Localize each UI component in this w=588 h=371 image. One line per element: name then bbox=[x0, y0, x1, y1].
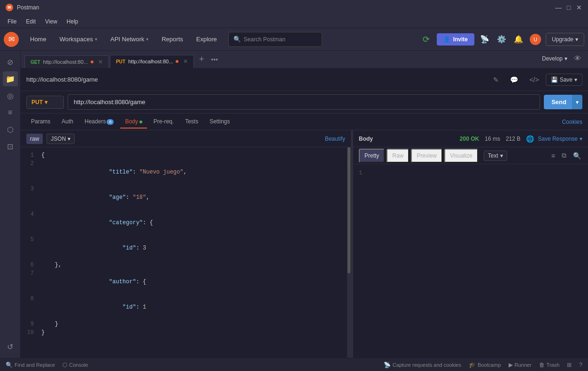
save-response-chevron: ▾ bbox=[580, 136, 582, 142]
resp-tab-raw[interactable]: Raw bbox=[387, 149, 409, 163]
menu-help[interactable]: Help bbox=[63, 17, 82, 26]
invite-button[interactable]: 👤 Invite bbox=[437, 33, 474, 45]
resp-tab-visualize[interactable]: Visualize bbox=[444, 149, 478, 163]
sidebar-home-icon[interactable]: ⊘ bbox=[3, 54, 18, 69]
add-tab-button[interactable]: + bbox=[195, 53, 208, 66]
save-label: Save bbox=[560, 76, 573, 83]
sidebar: ⊘ 📁 ◎ ≡ ⬡ ⊡ ↺ bbox=[0, 51, 21, 358]
sync-icon-btn[interactable]: ⟳ bbox=[420, 33, 433, 46]
tab-params[interactable]: Params bbox=[26, 115, 55, 129]
maximize-button[interactable]: □ bbox=[565, 4, 572, 11]
code-editor[interactable]: 1 { 2 "title": "Nuevo juego", 3 bbox=[21, 147, 351, 358]
nav-home[interactable]: Home bbox=[24, 33, 52, 45]
bootcamp-item[interactable]: 🎓 Bootcamp bbox=[469, 362, 501, 368]
body-toolbar: raw JSON ▾ Beautify bbox=[21, 130, 351, 147]
notification-icon-btn[interactable]: 🔔 bbox=[512, 33, 525, 46]
nav-reports[interactable]: Reports bbox=[156, 33, 189, 45]
bootcamp-label: Bootcamp bbox=[478, 362, 501, 368]
tab-body[interactable]: Body bbox=[120, 115, 147, 129]
save-button[interactable]: 💾 Save ▾ bbox=[546, 74, 582, 86]
send-chevron-button[interactable]: ▾ bbox=[572, 95, 582, 109]
format-select[interactable]: JSON ▾ bbox=[46, 134, 75, 144]
resp-tab-pretty[interactable]: Pretty bbox=[359, 149, 385, 163]
editor-line-5: 5 "id": 3 bbox=[21, 235, 351, 261]
save-response-label: Save Response bbox=[538, 136, 578, 142]
menu-file[interactable]: File bbox=[4, 17, 20, 26]
resp-tab-preview[interactable]: Preview bbox=[411, 149, 442, 163]
view-toggle-button[interactable]: 👁 bbox=[571, 52, 584, 65]
find-replace-item[interactable]: 🔍 Find and Replace bbox=[6, 362, 55, 368]
develop-dropdown[interactable]: Develop ▾ bbox=[542, 55, 567, 62]
tab-get-close[interactable]: ✕ bbox=[98, 59, 103, 65]
find-replace-label: Find and Replace bbox=[15, 362, 55, 368]
format-chevron: ▾ bbox=[68, 136, 70, 142]
console-item[interactable]: ⬡ Console bbox=[62, 362, 88, 368]
tab-get-request[interactable]: GET http://localhost:80... ✕ bbox=[24, 55, 109, 68]
sidebar-history-icon[interactable]: ↺ bbox=[3, 339, 18, 354]
upgrade-button[interactable]: Upgrade ▾ bbox=[546, 33, 584, 46]
tab-pre-req[interactable]: Pre-req. bbox=[149, 115, 178, 129]
more-tabs-button[interactable]: ••• bbox=[209, 54, 220, 65]
tab-put-dot bbox=[176, 60, 178, 63]
tab-tests[interactable]: Tests bbox=[180, 115, 203, 129]
settings-icon-btn[interactable]: ⚙️ bbox=[495, 33, 508, 46]
help-status-item[interactable]: ? bbox=[579, 362, 582, 368]
tab-headers[interactable]: Headers8 bbox=[80, 115, 118, 129]
nav-reports-label: Reports bbox=[162, 36, 183, 43]
runner-item[interactable]: ▶ Runner bbox=[509, 362, 532, 368]
code-view-button[interactable]: </> bbox=[525, 74, 543, 86]
tab-settings[interactable]: Settings bbox=[205, 115, 234, 129]
statusbar: 🔍 Find and Replace ⬡ Console 📡 Capture r… bbox=[0, 358, 588, 371]
tab-put-request[interactable]: PUT http://localhost:80... ✕ bbox=[110, 55, 194, 68]
sidebar-api-icon[interactable]: ◎ bbox=[3, 88, 18, 103]
nav-api-network[interactable]: API Network ▾ bbox=[105, 33, 154, 45]
resp-line-num: 1 bbox=[359, 170, 368, 176]
wrap-lines-button[interactable]: ≡ bbox=[550, 150, 557, 161]
editor-scrollbar[interactable] bbox=[347, 147, 351, 358]
cookies-status-item[interactable]: ⊞ bbox=[567, 362, 572, 368]
tab-auth[interactable]: Auth bbox=[57, 115, 78, 129]
response-time: 16 ms bbox=[485, 136, 500, 142]
nav-explore[interactable]: Explore bbox=[191, 33, 223, 45]
globe-icon-btn[interactable]: 🌐 bbox=[526, 135, 534, 143]
postman-logo[interactable]: ✉ bbox=[4, 32, 19, 47]
sidebar-env-icon[interactable]: ≡ bbox=[3, 105, 18, 120]
edit-button[interactable]: ✎ bbox=[488, 74, 503, 86]
nav-workspaces[interactable]: Workspaces ▾ bbox=[54, 33, 103, 45]
save-response-button[interactable]: Save Response ▾ bbox=[538, 136, 582, 142]
tab-get-method: GET bbox=[31, 60, 40, 65]
menu-view[interactable]: View bbox=[41, 17, 61, 26]
response-header: Body 200 OK 16 ms 212 B 🌐 Save Response … bbox=[353, 130, 588, 147]
url-input[interactable] bbox=[68, 94, 540, 110]
invite-icon: 👤 bbox=[443, 36, 450, 43]
menu-edit[interactable]: Edit bbox=[22, 17, 39, 26]
copy-button[interactable]: ⧉ bbox=[560, 150, 568, 161]
sidebar-monitor-icon[interactable]: ⊡ bbox=[3, 139, 18, 154]
response-format-select[interactable]: Text ▾ bbox=[484, 151, 507, 161]
comment-button[interactable]: 💬 bbox=[505, 74, 523, 86]
app-title: Postman bbox=[17, 4, 39, 11]
search-response-button[interactable]: 🔍 bbox=[572, 150, 582, 161]
cookies-button[interactable]: Cookies bbox=[562, 119, 582, 125]
beautify-button[interactable]: Beautify bbox=[325, 136, 345, 142]
method-select[interactable]: PUT ▾ bbox=[26, 96, 64, 109]
tab-get-dot bbox=[91, 61, 93, 63]
raw-type-button[interactable]: raw bbox=[26, 134, 43, 144]
sidebar-collections-icon[interactable]: 📁 bbox=[3, 71, 18, 86]
capture-item[interactable]: 📡 Capture requests and cookies bbox=[384, 362, 461, 368]
close-button[interactable]: ✕ bbox=[576, 4, 582, 11]
sidebar-mock-icon[interactable]: ⬡ bbox=[3, 122, 18, 137]
search-bar[interactable]: 🔍 Search Postman bbox=[228, 32, 322, 47]
headers-label: Headers bbox=[85, 118, 106, 125]
titlebar-left: ✉ Postman bbox=[6, 4, 39, 11]
send-button[interactable]: Send bbox=[544, 95, 574, 109]
nav-explore-label: Explore bbox=[196, 36, 217, 43]
satellite-icon-btn[interactable]: 📡 bbox=[478, 33, 491, 46]
console-label: Console bbox=[69, 362, 88, 368]
navbar-right: ⟳ 👤 Invite 📡 ⚙️ 🔔 U Upgrade ▾ bbox=[420, 33, 584, 46]
titlebar: ✉ Postman — □ ✕ bbox=[0, 0, 588, 15]
trash-item[interactable]: 🗑 Trash bbox=[539, 362, 560, 368]
tab-put-close[interactable]: ✕ bbox=[183, 58, 188, 65]
minimize-button[interactable]: — bbox=[555, 4, 562, 11]
user-avatar[interactable]: U bbox=[529, 33, 542, 46]
